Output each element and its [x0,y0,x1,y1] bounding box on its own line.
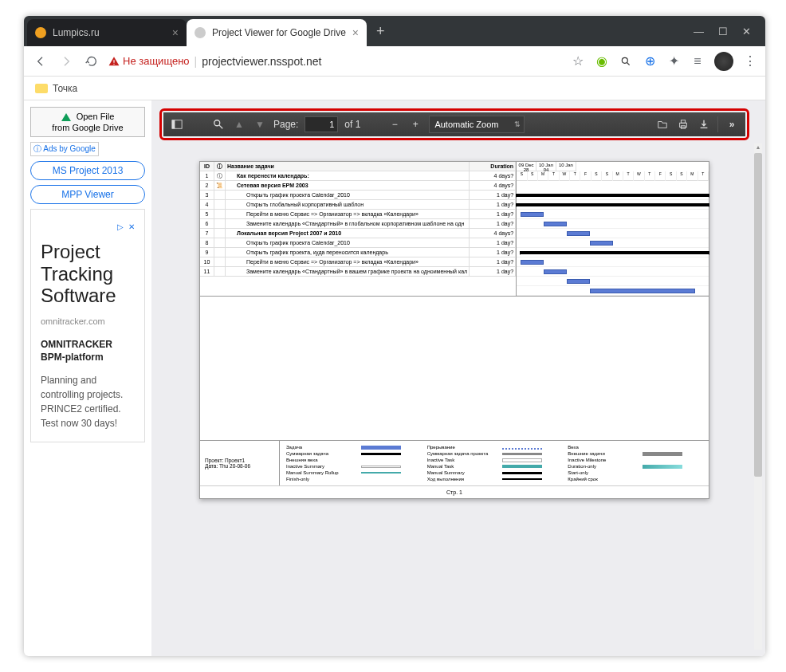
table-row: 8Открыть график проекта Calendar_20101 d… [200,238,516,248]
extensions-icon[interactable]: ✦ [666,54,681,69]
tab-projectviewer[interactable]: Project Viewer for Google Drive × [187,19,367,46]
legend-section: Проект: Проект1 Дата: Thu 20-08-06 Задач… [200,440,709,485]
minimize-button[interactable]: — [694,26,704,37]
svg-rect-1 [113,63,114,64]
ads-label: ⓘ Ads by Google [30,142,99,156]
legend-item: Веха [564,444,705,450]
legend-item: Inactive Task [424,457,565,463]
legend-item: Крайний срок [564,476,705,482]
page-input[interactable] [305,116,338,132]
download-icon[interactable] [697,117,711,132]
legend-item: Inactive Summary [283,463,424,470]
legend-item: Manual Summary [424,470,565,476]
svg-rect-0 [113,60,114,63]
table-row: 5Перейти в меню Сервис => Организатор =>… [200,210,516,219]
legend-item: Duration-only [564,463,705,470]
page-of: of 1 [344,119,360,130]
legend-item: Прерывание [424,444,565,450]
col-header-name: Название задачи [226,162,470,171]
table-row: 3Открыть график проекта Calendar_20101 d… [200,191,516,200]
sidebar-toggle-icon[interactable] [170,117,184,132]
toolbar-highlight: ▲ ▼ Page: of 1 − + Automatic Zoom » [159,108,749,140]
table-row: 1ⓘКак перенести календарь:4 days? [200,171,516,181]
address-bar: Не защищено | projectviewer.nsspot.net ☆… [24,46,765,77]
table-row: 2📜Сетевая версия EPM 20034 days? [200,181,516,191]
page-content: Open File from Google Drive ⓘ Ads by Goo… [24,100,765,656]
legend-item: Внешние задачи [564,450,705,457]
legend-item: Manual Task [424,463,565,470]
browser-window: Lumpics.ru × Project Viewer for Google D… [24,16,765,656]
avatar[interactable] [714,52,733,71]
legend-item: Ход выполнения [424,476,565,482]
reload-button[interactable] [83,53,100,70]
prev-page-icon[interactable]: ▲ [232,117,246,132]
zoom-in-icon[interactable]: + [408,117,422,132]
bookmark-item[interactable]: Точка [53,83,77,94]
maximize-button[interactable]: ☐ [718,26,728,37]
menu-icon[interactable]: ⋮ [743,54,757,69]
tab-lumpics[interactable]: Lumpics.ru × [27,19,187,46]
drive-icon [61,113,71,121]
ad-domain: omnitracker.com [41,315,135,328]
star-icon[interactable]: ☆ [571,54,585,69]
forward-button[interactable] [57,53,75,70]
ad-subtitle: OMNITRACKER BPM-platform [41,339,135,364]
table-row: 9Открыть график проекта, куда переноситс… [200,248,516,257]
svg-rect-7 [681,120,685,124]
ad-link-mppviewer[interactable]: MPP Viewer [30,185,145,204]
adguard-icon[interactable]: ◉ [595,54,609,69]
close-icon[interactable]: × [172,26,179,39]
document-page: ID ⓘ Название задачи Duration 1ⓘКак пере… [199,161,709,499]
col-header-duration: Duration [470,162,516,171]
bookmarks-bar: Точка [24,77,765,100]
favicon-lumpics [35,27,46,38]
col-header-id: ID [200,162,214,171]
legend-item: Суммарная задача проекта [424,450,565,457]
legend-item: Finish-only [283,476,424,482]
back-button[interactable] [32,53,49,70]
ad-body: Planning and controlling projects. PRINC… [41,373,135,430]
ad-link-msproject[interactable]: MS Project 2013 [30,161,145,180]
tab-title: Lumpics.ru [53,27,100,38]
table-row: 11Замените календарь «Стандартный» в ваш… [200,267,516,277]
project-info: Проект: Проект1 Дата: Thu 20-08-06 [200,441,280,485]
table-row: 4Открыть глобальный корпоративный шаблон… [200,200,516,210]
adchoices-icon[interactable]: ▷ [117,221,124,233]
extension-icons: ☆ ◉ ⊕ ✦ ≡ ⋮ [571,52,757,71]
page-number: Стр. 1 [200,485,709,498]
col-header-info: ⓘ [214,162,226,171]
tab-title: Project Viewer for Google Drive [212,27,346,38]
open-file-button[interactable]: Open File from Google Drive [30,107,145,137]
table-row: 10Перейти в меню Сервис => Организатор =… [200,257,516,267]
ad-close-icon[interactable]: ✕ [128,221,135,233]
favicon-projectviewer [195,27,206,38]
print-icon[interactable] [676,117,690,132]
close-icon[interactable]: × [352,26,359,39]
legend-item: Внешняя веха [283,457,424,463]
scrollbar-thumb[interactable] [754,153,762,477]
search-icon[interactable] [619,54,633,69]
sidebar: Open File from Google Drive ⓘ Ads by Goo… [24,100,151,656]
tools-icon[interactable]: » [725,117,739,132]
legend-item: Inactive Milestone [564,457,705,463]
next-page-icon[interactable]: ▼ [253,117,267,132]
new-tab-button[interactable]: + [367,23,395,40]
zoom-out-icon[interactable]: − [387,117,402,132]
legend-item: Start-only [564,470,705,476]
find-icon[interactable] [211,117,226,132]
page-label: Page: [273,119,298,130]
zoom-select[interactable]: Automatic Zoom [429,116,525,133]
open-file-icon[interactable] [655,117,670,132]
table-row: 7Локальная версия Project 2007 и 20104 d… [200,229,516,238]
globe-icon[interactable]: ⊕ [643,54,657,69]
table-row: 6Замените календарь «Стандартный» в глоб… [200,219,516,229]
ad-headline: Project Tracking Software [41,241,135,307]
security-warning: Не защищено [108,55,190,67]
titlebar: Lumpics.ru × Project Viewer for Google D… [24,16,765,46]
scrollbar-vertical[interactable]: ▴ [754,143,762,650]
close-button[interactable]: ✕ [742,26,751,37]
folder-icon [35,84,48,93]
omnibox[interactable]: Не защищено | projectviewer.nsspot.net [108,50,563,73]
ad-box[interactable]: ▷✕ Project Tracking Software omnitracker… [30,209,145,442]
reading-list-icon[interactable]: ≡ [690,54,705,69]
